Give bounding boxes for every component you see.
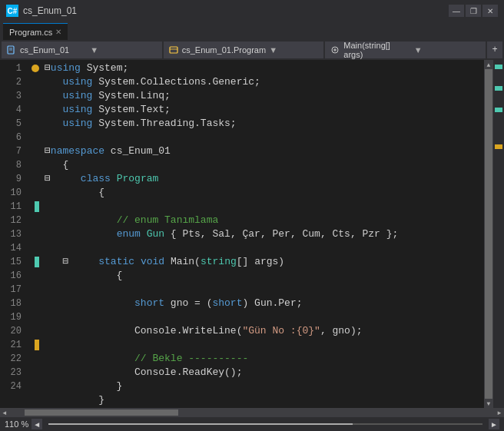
code-line-5: using System.Threading.Tasks; bbox=[41, 117, 484, 131]
code-line-1: ⊟using System; bbox=[41, 61, 484, 75]
line-numbers: 1 2 3 4 5 6 7 8 9 10 11 12 13 14 15 16 1… bbox=[0, 60, 29, 408]
scroll-thumb[interactable] bbox=[485, 69, 492, 399]
code-line-17 bbox=[41, 283, 484, 297]
tab-label: Program.cs bbox=[9, 28, 52, 37]
indicator-13 bbox=[29, 227, 41, 241]
line-num-8: 8 bbox=[0, 158, 26, 172]
nav-dropdown-method[interactable]: Main(string[] args) ▼ bbox=[325, 41, 486, 58]
nav-arrow-icon: ▼ bbox=[90, 45, 157, 55]
line-num-2: 2 bbox=[0, 75, 26, 89]
indicator-11 bbox=[29, 200, 41, 214]
indicator-5 bbox=[29, 117, 41, 131]
line-num-19: 19 bbox=[0, 310, 26, 324]
code-line-12: // enum Tanımlama bbox=[41, 214, 484, 227]
code-line-19 bbox=[41, 310, 484, 324]
indicator-4 bbox=[29, 103, 41, 117]
nav-dropdown-class[interactable]: cs_Enum_01.Program ▼ bbox=[164, 41, 324, 58]
app-icon: C# bbox=[6, 5, 18, 17]
indicator-24 bbox=[29, 380, 41, 393]
green-bar-11 bbox=[35, 201, 39, 212]
indicator-22 bbox=[29, 352, 41, 366]
code-line-24: } bbox=[41, 380, 484, 393]
line-num-9: 9 bbox=[0, 172, 26, 186]
code-line-10: { bbox=[41, 186, 484, 200]
tab-program-cs[interactable]: Program.cs ✕ bbox=[3, 23, 68, 40]
scroll-right-button[interactable]: ► bbox=[495, 408, 504, 417]
line-num-11: 11 bbox=[0, 200, 26, 214]
nav-method-arrow: ▼ bbox=[414, 45, 481, 55]
indicator-12 bbox=[29, 214, 41, 227]
code-line-23: Console.ReadKey(); bbox=[41, 366, 484, 380]
scroll-down-button[interactable]: ▼ bbox=[484, 399, 493, 408]
restore-button[interactable]: ❐ bbox=[466, 5, 481, 17]
indicator-8 bbox=[29, 158, 41, 172]
indicator-3 bbox=[29, 89, 41, 103]
nav-class-arrow: ▼ bbox=[269, 45, 319, 55]
right-green-indicator-2 bbox=[495, 86, 502, 91]
code-line-16: { bbox=[41, 269, 484, 283]
line-num-18: 18 bbox=[0, 297, 26, 310]
line-num-23: 23 bbox=[0, 366, 26, 380]
scroll-up-button[interactable]: ▲ bbox=[484, 60, 493, 69]
line-num-1: 1 bbox=[0, 61, 26, 75]
code-line-18: short gno = (short) Gun.Per; bbox=[41, 297, 484, 310]
line-num-5: 5 bbox=[0, 117, 26, 131]
nav-file-text: cs_Enum_01 bbox=[20, 45, 87, 55]
right-green-indicator-1 bbox=[495, 65, 502, 69]
line-num-6: 6 bbox=[0, 131, 26, 144]
zoom-increase-button[interactable]: ► bbox=[489, 419, 499, 429]
indicator-23 bbox=[29, 366, 41, 380]
tab-close-icon[interactable]: ✕ bbox=[55, 28, 61, 36]
line-num-20: 20 bbox=[0, 324, 26, 338]
right-green-indicator-3 bbox=[495, 108, 502, 112]
close-button[interactable]: ✕ bbox=[482, 5, 498, 17]
line-num-13: 13 bbox=[0, 227, 26, 241]
line-num-16: 16 bbox=[0, 269, 26, 283]
scroll-left-button[interactable]: ◄ bbox=[0, 408, 9, 417]
indicator-15 bbox=[29, 255, 41, 269]
line-num-15: 15 bbox=[0, 255, 26, 269]
minimize-button[interactable]: — bbox=[449, 5, 464, 17]
nav-add-button[interactable]: + bbox=[487, 41, 502, 58]
vertical-scrollbar[interactable]: ▲ ▼ bbox=[484, 60, 493, 408]
indicator-9 bbox=[29, 172, 41, 186]
code-line-4: using System.Text; bbox=[41, 103, 484, 117]
file-icon bbox=[6, 45, 17, 55]
indicator-7 bbox=[29, 144, 41, 158]
right-yellow-indicator bbox=[495, 144, 502, 149]
zoom-fill bbox=[48, 423, 352, 425]
horizontal-scrollbar[interactable]: ◄ ► bbox=[0, 408, 504, 417]
line-num-14: 14 bbox=[0, 241, 26, 255]
method-icon bbox=[330, 45, 340, 55]
nav-dropdown-file[interactable]: cs_Enum_01 ▼ bbox=[2, 41, 162, 58]
code-line-13: enum Gun { Pts, Sal, Çar, Per, Cum, Cts,… bbox=[41, 227, 484, 241]
nav-bar: cs_Enum_01 ▼ cs_Enum_01.Program ▼ Main(s… bbox=[0, 40, 504, 60]
indicator-1 bbox=[29, 61, 41, 75]
title-bar: C# cs_Enum_01 — ❐ ✕ bbox=[0, 0, 504, 22]
indicator-6 bbox=[29, 131, 41, 144]
svg-rect-3 bbox=[170, 47, 177, 53]
code-line-25: } bbox=[41, 393, 484, 407]
code-line-6 bbox=[41, 131, 484, 144]
right-margin-bar bbox=[493, 60, 504, 408]
code-line-9: ⊟ class Program bbox=[41, 172, 484, 186]
code-line-3: using System.Linq; bbox=[41, 89, 484, 103]
scroll-track[interactable] bbox=[9, 408, 495, 417]
class-icon bbox=[168, 45, 179, 55]
code-line-14 bbox=[41, 241, 484, 255]
code-line-22: // Bekle ---------- bbox=[41, 352, 484, 366]
indicator-21 bbox=[29, 338, 41, 352]
window-title: cs_Enum_01 bbox=[23, 5, 444, 16]
line-num-12: 12 bbox=[0, 214, 26, 227]
code-area[interactable]: ⊟using System; using System.Collections.… bbox=[41, 60, 484, 408]
line-num-22: 22 bbox=[0, 352, 26, 366]
zoom-decrease-button[interactable]: ◄ bbox=[32, 419, 42, 429]
scroll-h-thumb[interactable] bbox=[25, 409, 178, 416]
warning-indicator bbox=[32, 65, 39, 72]
line-num-10: 10 bbox=[0, 186, 26, 200]
code-line-2: using System.Collections.Generic; bbox=[41, 75, 484, 89]
green-bar-15 bbox=[35, 257, 39, 267]
indicator-14 bbox=[29, 241, 41, 255]
indicator-17 bbox=[29, 283, 41, 297]
code-line-11 bbox=[41, 200, 484, 214]
